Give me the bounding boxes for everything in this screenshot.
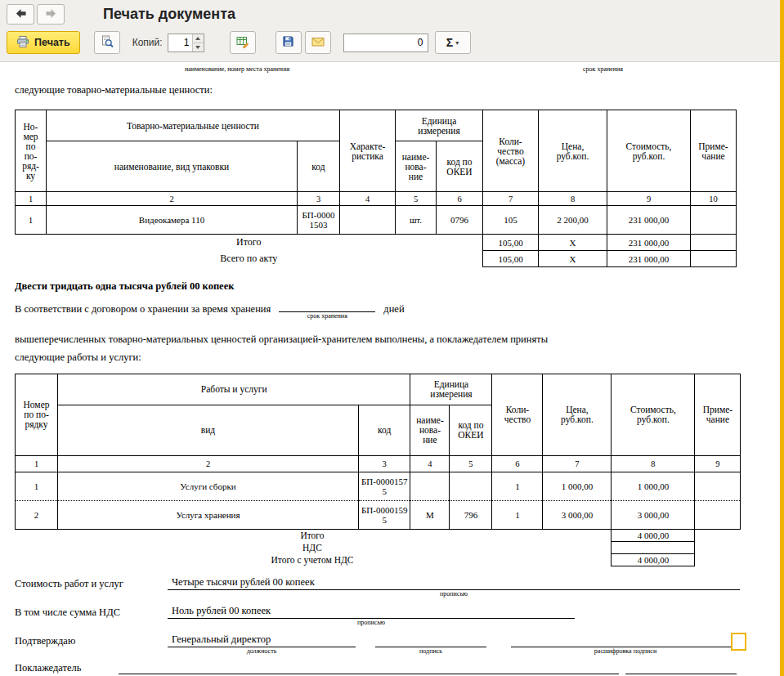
sigma-icon: Σ [446, 36, 453, 49]
total-note [695, 529, 741, 541]
cell: 231 000,00 [607, 206, 691, 235]
envelope-icon [311, 36, 325, 50]
vat-line: Ноль рублей 00 копеек прописью [168, 605, 575, 619]
print-button[interactable]: Печать [7, 31, 80, 54]
header-cell: Номер по по- рядку [16, 374, 58, 455]
total-note [691, 251, 737, 267]
total-note [695, 553, 741, 566]
total-label: Всего по акту [16, 251, 483, 267]
spin-down-icon [195, 46, 200, 49]
depositor-line-1 [119, 660, 619, 674]
cost-label: Стоимость работ и услуг [15, 578, 168, 590]
signature-name-caption: расшифровка подписи [511, 647, 740, 655]
header-cell: Единица измерения [410, 374, 492, 405]
total-label: Итого [16, 529, 612, 541]
spin-up-button[interactable] [193, 34, 204, 43]
header-cell: Характе- ристика [340, 110, 396, 192]
cell [691, 206, 737, 235]
cell: БП-0000159 5 [359, 500, 410, 529]
header-cell: Стоимость, руб.коп. [607, 110, 691, 192]
vat-line-caption: прописью [168, 619, 575, 626]
print-document-window: Печать документа Печать [0, 0, 784, 674]
email-button[interactable] [305, 31, 331, 54]
column-number: 6 [437, 192, 483, 206]
cell: 1 [16, 206, 47, 235]
column-number: 4 [410, 455, 450, 472]
agreement-row: В соответствии с договором о хранении за… [15, 301, 784, 316]
cell: 105 [483, 206, 539, 235]
column-number: 3 [359, 455, 410, 472]
spin-down-button[interactable] [193, 43, 204, 51]
header-cell: Коли- чество [492, 374, 543, 455]
table-row: 1 Услуги сборки БП-0000157 5 1 1 000,00 … [16, 472, 741, 500]
position-line: Генеральный директор должность [168, 633, 356, 647]
top-captions: наименование, номер места хранения срок … [0, 65, 784, 76]
forward-button[interactable] [37, 4, 65, 25]
column-number: 2 [58, 455, 359, 472]
cell: Видеокамера 110 [47, 206, 298, 235]
header-cell: код по ОКЕИ [437, 141, 483, 192]
totals-row: Итого 4 000,00 [16, 529, 741, 541]
header-cell: Цена, руб.коп. [543, 374, 612, 455]
cell: 1 000,00 [543, 472, 612, 500]
days-label: дней [383, 303, 404, 316]
storage-term-caption: срок хранения [531, 65, 674, 73]
storage-term-line: срок хранения [279, 301, 375, 312]
services-paragraph-2: следующие работы и услуги: [15, 350, 784, 365]
services-table: Номер по по- рядку Работы и услуги Едини… [15, 374, 741, 566]
window-edge-highlight [780, 0, 784, 676]
cell [340, 206, 396, 235]
total-note [691, 235, 737, 251]
depositor-row: Поклажедатель [15, 660, 784, 674]
spin-up-icon [195, 37, 200, 40]
header-cell: код [359, 405, 410, 455]
cell: 3 000,00 [543, 500, 612, 529]
header-cell: код по ОКЕИ [450, 405, 492, 455]
copies-input[interactable] [168, 34, 192, 51]
header-cell: Но- мер по по- ряд- ку [16, 110, 47, 192]
preview-button[interactable] [94, 31, 120, 54]
position-value: Генеральный директор [168, 633, 271, 645]
header-cell: Стоимость, руб.коп. [612, 374, 695, 455]
sum-button[interactable]: Σ ▾ [435, 31, 471, 54]
cell: 0796 [437, 206, 483, 235]
printer-icon [16, 35, 29, 51]
vat-in-words-row: В том числе сумма НДС Ноль рублей 00 коп… [15, 605, 784, 619]
cell: БП-0000 1503 [298, 206, 340, 235]
cell [450, 472, 492, 500]
spinner-arrows [192, 34, 204, 51]
preview-icon [101, 35, 114, 51]
depositor-line-2 [625, 660, 737, 674]
cell: 796 [450, 500, 492, 529]
header-cell: наиме- нова- ние [396, 141, 437, 192]
counter-input[interactable] [343, 34, 428, 52]
actions-row: Печать Копий: [7, 31, 776, 54]
save-button[interactable] [276, 31, 302, 54]
back-button[interactable] [7, 4, 34, 25]
total-price: X [539, 235, 607, 251]
print-button-label: Печать [34, 37, 70, 48]
total-label: НДС [16, 541, 612, 553]
cell: Услуга хранения [58, 500, 359, 529]
copies-spinner [168, 34, 204, 52]
forward-arrow-icon [45, 8, 57, 21]
signature-line: подпись [375, 633, 486, 647]
total-quantity: 105,00 [483, 251, 539, 267]
page-title: Печать документа [103, 6, 235, 23]
table-edit-icon [236, 35, 249, 51]
cost-value: Четыре тысячи рублей 00 копеек [168, 576, 315, 588]
column-number: 1 [16, 192, 47, 206]
cell: 1 000,00 [612, 472, 695, 500]
header-cell: Единица измерения [396, 110, 483, 141]
column-number: 7 [543, 455, 612, 472]
table-settings-button[interactable] [230, 31, 256, 54]
total-value [612, 541, 695, 553]
cost-line: Четыре тысячи рублей 00 копеек прописью [168, 576, 740, 590]
intro-text: следующие товарно-материальные ценности: [15, 84, 784, 96]
column-number: 8 [612, 455, 695, 472]
total-label: Итого [16, 235, 483, 251]
total-cost: 231 000,00 [607, 251, 691, 267]
table-row: 1 Видеокамера 110 БП-0000 1503 шт. 0796 … [16, 206, 737, 235]
column-number: 2 [47, 192, 298, 206]
storage-place-caption: наименование, номер места хранения [86, 65, 388, 73]
